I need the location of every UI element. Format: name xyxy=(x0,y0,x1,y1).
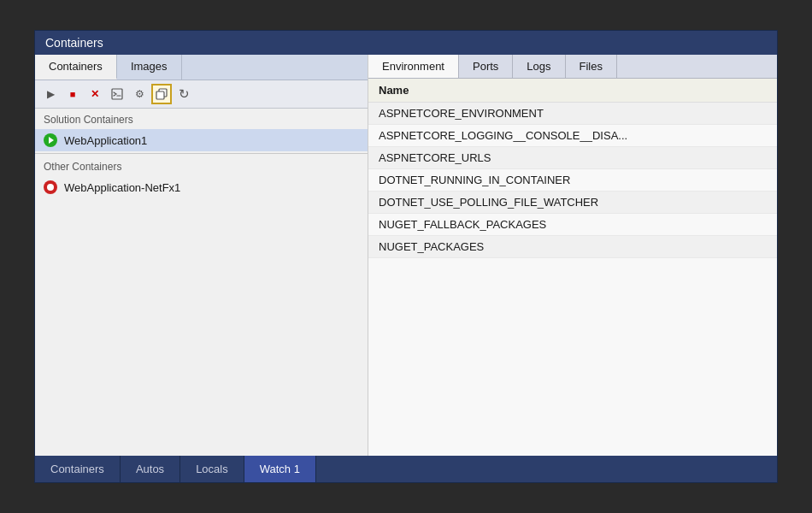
left-toolbar: ▶ ■ ✕ ⚙ ↻ xyxy=(35,80,368,109)
container-name-webapp1: WebApplication1 xyxy=(64,134,147,147)
env-row[interactable]: NUGET_FALLBACK_PACKAGES xyxy=(368,214,777,236)
title-bar: Containers xyxy=(35,31,777,55)
container-item-netfx[interactable]: WebApplication-NetFx1 xyxy=(35,176,368,198)
stopped-icon xyxy=(44,180,57,194)
tab-images[interactable]: Images xyxy=(117,55,182,80)
bottom-tab-locals[interactable]: Locals xyxy=(180,456,244,482)
right-panel: Environment Ports Logs Files Name ASPNET… xyxy=(368,55,777,456)
settings-button[interactable]: ⚙ xyxy=(129,84,150,104)
divider xyxy=(35,153,368,154)
play-button[interactable]: ▶ xyxy=(40,84,61,104)
main-content: Containers Images ▶ ■ ✕ ⚙ xyxy=(35,55,777,456)
tab-files[interactable]: Files xyxy=(566,55,617,78)
left-tab-bar: Containers Images xyxy=(35,55,368,80)
tab-environment[interactable]: Environment xyxy=(368,55,459,78)
refresh-button[interactable]: ↻ xyxy=(174,84,194,104)
bottom-tab-bar: Containers Autos Locals Watch 1 xyxy=(35,456,777,482)
left-panel: Containers Images ▶ ■ ✕ ⚙ xyxy=(35,55,368,456)
other-containers-label: Other Containers xyxy=(35,156,368,176)
env-row[interactable]: ASPNETCORE_LOGGING__CONSOLE__DISA... xyxy=(368,125,777,147)
env-row[interactable]: NUGET_PACKAGES xyxy=(368,236,777,258)
tab-logs[interactable]: Logs xyxy=(513,55,565,78)
running-icon xyxy=(44,133,57,147)
container-item-webapp1[interactable]: WebApplication1 xyxy=(35,129,368,151)
env-table: Name ASPNETCORE_ENVIRONMENT ASPNETCORE_L… xyxy=(368,79,777,456)
terminal-button[interactable] xyxy=(107,84,127,104)
left-spacer xyxy=(35,198,368,456)
main-window: Containers Containers Images ▶ ■ ✕ xyxy=(34,30,778,483)
env-row[interactable]: ASPNETCORE_ENVIRONMENT xyxy=(368,103,777,125)
env-table-header: Name xyxy=(368,79,777,103)
solution-containers-label: Solution Containers xyxy=(35,109,368,129)
bottom-tab-containers[interactable]: Containers xyxy=(35,456,121,482)
bottom-tab-autos[interactable]: Autos xyxy=(121,456,180,482)
right-tab-bar: Environment Ports Logs Files xyxy=(368,55,777,79)
env-row[interactable]: ASPNETCORE_URLS xyxy=(368,147,777,169)
stop-button[interactable]: ■ xyxy=(62,84,83,104)
bottom-tab-watch1[interactable]: Watch 1 xyxy=(244,456,316,482)
tab-containers[interactable]: Containers xyxy=(35,55,117,80)
svg-rect-3 xyxy=(156,91,164,99)
tab-ports[interactable]: Ports xyxy=(459,55,513,78)
delete-button[interactable]: ✕ xyxy=(85,84,105,104)
container-name-netfx: WebApplication-NetFx1 xyxy=(64,181,180,194)
env-row[interactable]: DOTNET_USE_POLLING_FILE_WATCHER xyxy=(368,192,777,214)
env-row[interactable]: DOTNET_RUNNING_IN_CONTAINER xyxy=(368,169,777,192)
window-title: Containers xyxy=(45,36,103,50)
copy-button[interactable] xyxy=(151,84,172,104)
